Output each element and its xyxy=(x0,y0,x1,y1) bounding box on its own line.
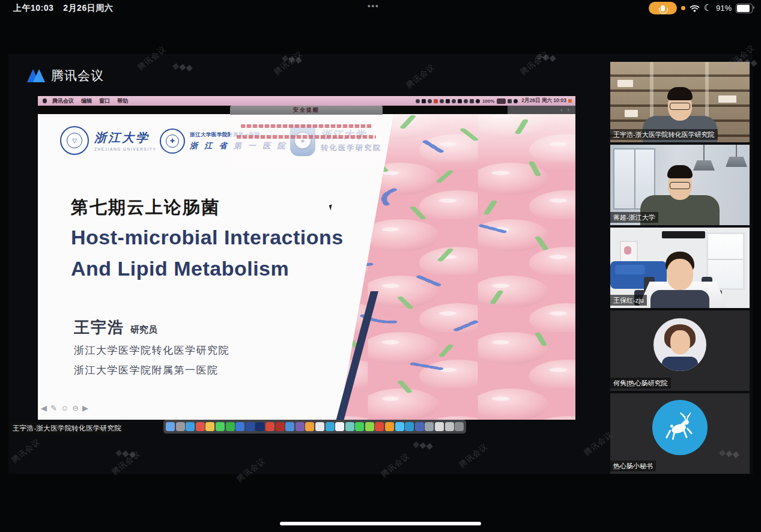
menubar-status-icons: 100% 2月26日 周六 10:03 xyxy=(416,97,575,104)
apple-menu-icon xyxy=(43,98,47,103)
dock-app-icon xyxy=(216,422,225,431)
speaker-line: 王宇浩研究员 xyxy=(74,317,157,338)
mac-clock: 2月26日 周六 10:03 xyxy=(521,97,566,104)
menu-window: 窗口 xyxy=(99,97,110,105)
battery-icon xyxy=(736,4,753,13)
dock-app-icon xyxy=(335,422,344,431)
status-time: 上午10:03 xyxy=(13,3,53,14)
dock-app-icon xyxy=(425,422,434,431)
more-icon: ⊖ xyxy=(72,404,79,412)
dock-app-icon xyxy=(415,422,424,431)
university-seal-icon: ▽ xyxy=(60,126,89,155)
mic-in-use-pill[interactable] xyxy=(649,2,677,14)
speaker-name: 王宇浩 xyxy=(74,318,124,336)
mouse-cursor xyxy=(329,204,334,210)
do-not-disturb-moon-icon: ☾ xyxy=(704,3,712,12)
participant-name: 王宇浩-浙大医学院转化医学研究院 xyxy=(610,129,718,140)
menu-edit: 编辑 xyxy=(81,97,92,105)
dock-app-icon xyxy=(455,422,464,431)
dock-app-icon xyxy=(255,422,264,431)
mac-menu-bar: 腾讯会议 编辑 窗口 帮助 100% 2月26日 周六 10:03 xyxy=(38,96,575,106)
dialog-title: 安全提醒 xyxy=(230,106,383,115)
deer-icon xyxy=(662,410,698,446)
participant-tile[interactable]: 蒋超-浙江大学 xyxy=(610,145,750,225)
tencent-meeting-brand: 腾讯会议 xyxy=(27,67,104,84)
mic-indicator-dot xyxy=(681,6,685,10)
shared-screen-tile[interactable]: 腾讯会议 编辑 窗口 帮助 100% 2月26日 周六 10:03 xyxy=(38,96,575,420)
participant-tile[interactable]: 王宇浩-浙大医学院转化医学研究院 xyxy=(610,62,750,142)
slide-series-title: 第七期云上论肠菌 xyxy=(71,196,220,220)
ipad-screen: 上午10:03 2月26日周六 ••• ☾ 91% 腾讯会议 腾讯会议 xyxy=(0,0,761,532)
presenter-name-label: 王宇浩-浙大医学院转化医学研究院 xyxy=(9,423,125,434)
zhejiang-university-logo: ▽ 浙江大学 ZHEJIANG UNIVERSITY xyxy=(60,126,156,155)
multitask-dots-icon[interactable]: ••• xyxy=(368,1,380,10)
speaker-title: 研究员 xyxy=(130,324,157,334)
dock-app-icon xyxy=(395,422,404,431)
participant-name: 王保红-zju xyxy=(610,295,647,306)
speaker-affiliation-2: 浙江大学医学院附属第一医院 xyxy=(74,363,219,377)
dialog-text-line xyxy=(237,135,375,139)
participant-name: 热心肠小秘书 xyxy=(610,461,656,471)
dock-app-icon xyxy=(276,422,285,431)
mac-dock xyxy=(163,420,466,434)
menu-app: 腾讯会议 xyxy=(52,97,74,105)
dock-app-icon xyxy=(196,422,205,431)
next-slide-icon: ▶ xyxy=(82,404,88,412)
mac-notification-icon xyxy=(568,99,572,103)
participant-name: 何隽|热心肠研究院 xyxy=(610,378,671,388)
dock-app-icon xyxy=(285,422,294,431)
smiley-icon: ☺ xyxy=(61,404,68,412)
tencent-meeting-logo-icon xyxy=(27,69,45,82)
home-indicator[interactable] xyxy=(280,522,481,525)
dock-app-icon xyxy=(235,422,244,431)
brand-name: 腾讯会议 xyxy=(51,67,104,84)
presentation-slide: ▽ 浙江大学 ZHEJIANG UNIVERSITY ✚ 浙江大学医学院附属第一… xyxy=(38,106,575,420)
dock-app-icon xyxy=(205,422,214,431)
wifi-icon xyxy=(690,5,700,12)
speaker-affiliation-1: 浙江大学医学院转化医学研究院 xyxy=(74,343,229,357)
dock-app-icon xyxy=(246,422,255,431)
dock-app-icon xyxy=(326,422,335,431)
prev-slide-icon: ◀ xyxy=(41,404,47,412)
dock-app-icon xyxy=(445,422,454,431)
dock-app-icon xyxy=(385,422,394,431)
device-status-bar: 上午10:03 2月26日周六 ••• ☾ 91% xyxy=(0,0,761,16)
mac-battery-icon xyxy=(497,98,506,104)
dock-app-icon xyxy=(166,422,175,431)
dock-app-icon xyxy=(226,422,235,431)
mac-battery-percent: 100% xyxy=(482,98,494,104)
slide-title-line2: And Lipid Metabolism xyxy=(71,257,289,280)
dock-app-icon xyxy=(345,422,354,431)
presenter-toolbar: ◀ ✎ ☺ ⊖ ▶ xyxy=(41,404,88,412)
status-date: 2月26日周六 xyxy=(63,3,113,14)
deer-logo-avatar xyxy=(652,400,708,455)
hospital-seal-icon: ✚ xyxy=(160,128,185,154)
dialog-text-line xyxy=(241,124,372,128)
dock-app-icon xyxy=(375,422,384,431)
dock-app-icon xyxy=(315,422,324,431)
participant-tile[interactable]: 何隽|热心肠研究院 xyxy=(610,310,750,391)
dock-app-icon xyxy=(355,422,364,431)
dock-app-icon xyxy=(435,422,444,431)
battery-percent: 91% xyxy=(716,4,732,13)
pen-icon: ✎ xyxy=(50,404,57,412)
window-controls-strip: ‹↑ xyxy=(508,106,575,114)
dock-app-icon xyxy=(305,422,314,431)
microphone-icon xyxy=(661,5,665,11)
participant-tile[interactable]: 王保红-zju xyxy=(610,228,750,308)
dialog-body xyxy=(230,115,383,170)
dock-app-icon xyxy=(186,422,195,431)
dock-app-icon xyxy=(176,422,185,431)
dock-app-icon xyxy=(296,422,305,431)
participant-name: 蒋超-浙江大学 xyxy=(610,212,658,223)
slide-title-line1: Host-microbial Interactions xyxy=(71,226,344,249)
profile-photo-avatar xyxy=(653,318,706,371)
dock-app-icon xyxy=(365,422,374,431)
security-reminder-dialog: 安全提醒 xyxy=(230,106,383,170)
dock-app-icon xyxy=(265,422,274,431)
participant-tile[interactable]: 热心肠小秘书 xyxy=(610,393,750,474)
menu-help: 帮助 xyxy=(117,97,128,105)
dock-app-icon xyxy=(405,422,414,431)
